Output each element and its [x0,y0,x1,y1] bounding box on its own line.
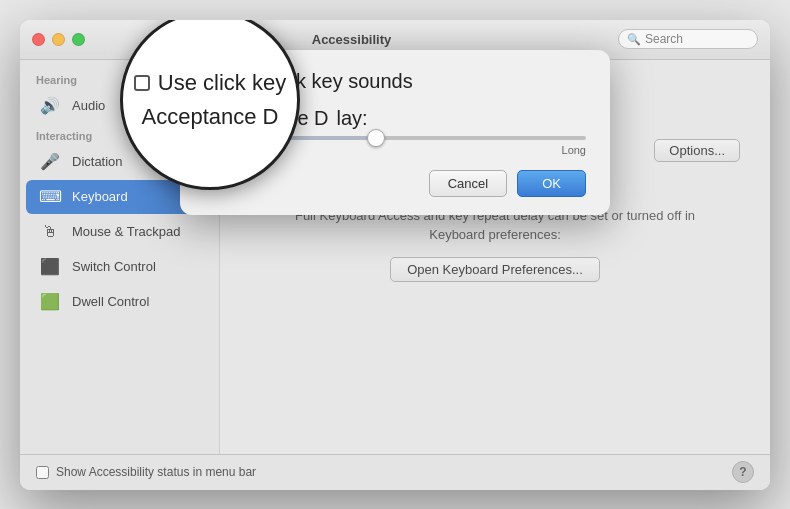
main-window: Accessibility 🔍 Hearing 🔊 Audio Interact… [20,20,770,490]
slider-fill [204,136,376,140]
long-label: Long [562,144,586,156]
use-sounds-suffix: sounds [348,70,413,92]
modal-use-click-checkbox[interactable] [204,74,218,88]
modal-overlay: Use click key Acceptance D Use click key… [20,20,770,490]
modal-use-click-row: Use click key sounds [204,70,586,93]
modal-acceptance-row: Acceptance D lay: [204,107,586,130]
slider-thumb[interactable] [367,129,385,147]
acceptance-delay-slider-container [204,136,586,140]
modal-use-click-label: Use click key sounds [226,70,413,93]
ok-button[interactable]: OK [517,170,586,197]
modal-dialog: Use click key sounds Acceptance D lay: S… [180,50,610,215]
slider-track [204,136,586,140]
modal-acceptance-label: Acceptance D [204,107,329,130]
slider-row [204,136,586,140]
short-label: Short [204,144,230,156]
cancel-button[interactable]: Cancel [429,170,507,197]
modal-delay-suffix: lay: [337,107,368,130]
modal-buttons: Cancel OK [204,170,586,197]
zoom-checkbox [134,75,150,91]
slider-labels: Short Long [204,144,586,156]
